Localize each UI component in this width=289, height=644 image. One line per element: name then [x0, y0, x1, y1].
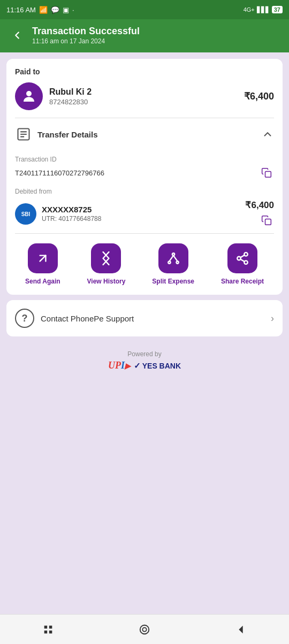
transaction-id-section: Transaction ID T24011711160702​72796766 [6, 156, 283, 188]
network-type: 4G+ [244, 6, 255, 13]
upi-logo: UPI▶ ✓ YES BANK [6, 360, 283, 371]
svg-line-13 [169, 256, 173, 262]
debited-amount: ₹6,400 [245, 200, 274, 211]
svg-rect-5 [265, 172, 271, 178]
svg-point-25 [142, 627, 146, 631]
copy-utr-button[interactable] [259, 213, 274, 228]
view-history-label: View History [87, 278, 126, 285]
transfer-details-title: Transfer Details [37, 130, 98, 139]
transaction-id-label: Transaction ID [15, 156, 274, 163]
recipient-row: Rubul Ki 2 8724822830 ₹6,400 [15, 82, 274, 118]
share-receipt-button[interactable]: Share Receipt [221, 243, 264, 285]
whatsapp-icon: 💬 [51, 6, 59, 14]
action-buttons-row: Send Again View History [6, 236, 283, 295]
split-expense-button[interactable]: Split Expense [152, 243, 194, 285]
powered-by-label: Powered by [6, 350, 283, 358]
divider-2 [15, 233, 274, 234]
back-button[interactable] [9, 27, 26, 44]
sim-icon: ▣ [63, 6, 69, 14]
status-time: 11:16 AM [6, 6, 36, 14]
svg-line-18 [240, 259, 244, 262]
nav-circle-button[interactable] [135, 620, 154, 639]
svg-point-24 [140, 625, 149, 634]
send-again-button[interactable]: Send Again [25, 243, 60, 285]
chevron-right-icon: › [271, 313, 274, 324]
transaction-id-value: T24011711160702​72796766 [15, 169, 104, 177]
upi-text: UPI▶ [108, 360, 131, 371]
svg-line-14 [173, 256, 178, 262]
transfer-details-icon [15, 126, 32, 143]
paid-to-section: Paid to Rubul Ki 2 8724822830 ₹6,400 [6, 59, 283, 118]
svg-rect-22 [49, 625, 52, 628]
battery-indicator: 37 [272, 6, 283, 13]
page-title: Transaction Successful [32, 26, 140, 37]
svg-rect-8 [265, 219, 271, 225]
paid-amount: ₹6,400 [244, 90, 274, 102]
support-icon: ? [15, 309, 34, 328]
debited-from-row: SBI XXXXXX8725 UTR: 401776648788 ₹6,400 [15, 200, 274, 228]
recipient-name: Rubul Ki 2 [49, 87, 92, 97]
recipient-phone: 8724822830 [49, 98, 92, 106]
signal-icon: ▋▋▋ [257, 6, 270, 13]
wifi-icon: 📶 [39, 6, 48, 14]
nav-home-button[interactable] [39, 620, 58, 639]
copy-transaction-id-button[interactable] [259, 165, 274, 180]
share-receipt-label: Share Receipt [221, 278, 264, 285]
svg-rect-21 [44, 630, 48, 633]
svg-point-0 [26, 91, 32, 96]
navigation-bar [0, 614, 289, 644]
page-header: Transaction Successful 11:16 am on 17 Ja… [0, 19, 289, 52]
split-expense-icon [158, 243, 188, 273]
transaction-timestamp: 11:16 am on 17 Jan 2024 [32, 37, 140, 45]
nav-back-button[interactable] [231, 620, 250, 639]
utr-value: UTR: 401776648788 [42, 215, 101, 223]
send-again-label: Send Again [25, 278, 60, 285]
view-history-button[interactable]: View History [87, 243, 126, 285]
view-history-icon [91, 243, 121, 273]
svg-rect-20 [44, 625, 48, 628]
status-bar: 11:16 AM 📶 💬 ▣ · 4G+ ▋▋▋ 37 [0, 0, 289, 19]
bank-logo: SBI [15, 203, 36, 225]
send-again-icon [28, 243, 58, 273]
svg-rect-23 [49, 630, 52, 633]
share-receipt-icon [227, 243, 257, 273]
svg-line-19 [240, 255, 244, 257]
paid-to-label: Paid to [15, 67, 274, 76]
support-text: Contact PhonePe Support [41, 314, 134, 323]
dot-icon: · [72, 6, 74, 14]
split-expense-label: Split Expense [152, 278, 194, 285]
svg-text:SBI: SBI [21, 211, 31, 217]
powered-by-section: Powered by UPI▶ ✓ YES BANK [6, 342, 283, 375]
debited-from-section: Debited from SBI XXXXXX8725 UTR: 4017766… [6, 188, 283, 233]
support-card[interactable]: ? Contact PhonePe Support › [6, 300, 283, 336]
chevron-up-icon [261, 128, 274, 141]
transaction-card: Paid to Rubul Ki 2 8724822830 ₹6,400 [6, 59, 283, 295]
account-number: XXXXXX8725 [42, 205, 101, 214]
debited-from-label: Debited from [15, 188, 274, 195]
svg-line-9 [40, 256, 45, 262]
transfer-details-toggle[interactable]: Transfer Details [6, 118, 283, 150]
yes-bank-logo: ✓ YES BANK [134, 361, 181, 371]
svg-marker-26 [239, 625, 242, 633]
avatar [15, 82, 43, 110]
main-content: Paid to Rubul Ki 2 8724822830 ₹6,400 [0, 52, 289, 382]
